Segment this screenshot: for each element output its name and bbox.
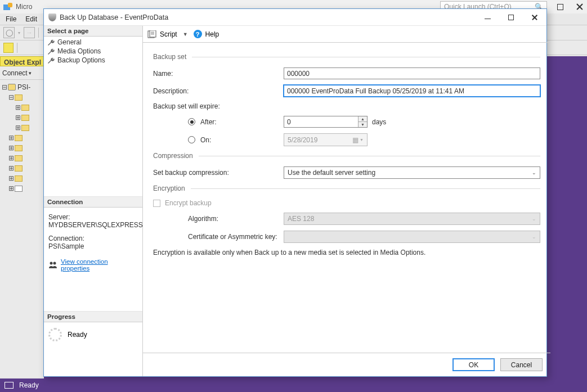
help-button[interactable]: ? Help xyxy=(194,30,219,38)
cancel-button[interactable]: Cancel xyxy=(500,358,543,371)
svg-rect-3 xyxy=(150,30,156,37)
tree-node[interactable]: ⊞ xyxy=(1,102,42,112)
nav-back-icon[interactable]: ◯ xyxy=(3,27,15,38)
page-list: General Media Options Backup Options xyxy=(44,37,142,197)
right-pane: Script ▼ ? Help Backup set Name: Descrip… xyxy=(143,26,550,376)
compression-value: Use the default server setting xyxy=(288,169,375,177)
tree-node[interactable]: ⊞ xyxy=(1,163,42,173)
dock-icon[interactable] xyxy=(3,43,14,53)
page-general-label: General xyxy=(57,38,82,46)
chevron-down-icon: ⌄ xyxy=(532,216,536,222)
chevron-down-icon: ⌄ xyxy=(532,170,536,175)
tree-root[interactable]: ⊟PSI- xyxy=(1,82,42,92)
on-date-value: 5/28/2019 xyxy=(288,136,317,144)
description-label: Description: xyxy=(153,87,284,95)
svg-point-0 xyxy=(50,262,53,265)
page-general[interactable]: General xyxy=(44,38,142,47)
dialog-footer: OK Cancel xyxy=(143,353,550,376)
days-unit: days xyxy=(372,118,386,126)
page-backup-options[interactable]: Backup Options xyxy=(44,56,142,65)
nav-forward-icon[interactable]: → xyxy=(24,27,35,38)
menu-edit[interactable]: Edit xyxy=(25,15,37,23)
compression-select[interactable]: Use the default server setting ⌄ xyxy=(284,166,540,179)
name-input[interactable] xyxy=(284,67,540,79)
view-connection-properties-link[interactable]: View connection properties xyxy=(61,258,138,272)
connection-header: Connection xyxy=(44,197,142,208)
after-label: After: xyxy=(200,118,217,126)
dialog-title: Back Up Database - EventProData xyxy=(60,13,168,21)
wrench-icon xyxy=(47,57,55,64)
dialog-titlebar[interactable]: Back Up Database - EventProData xyxy=(44,9,546,26)
tree-node[interactable]: ⊞ xyxy=(1,173,42,183)
group-compression: Compression xyxy=(153,152,193,160)
menu-file[interactable]: File xyxy=(6,15,16,23)
wrench-icon xyxy=(47,39,55,46)
connection-block: Server: MYDBSERVER\SQLEXPRESS Connection… xyxy=(44,208,142,312)
tree-node[interactable]: ⊞ xyxy=(1,153,42,163)
backup-database-dialog: Back Up Database - EventProData Select a… xyxy=(43,8,547,377)
status-text: Ready xyxy=(19,381,39,389)
expire-label: Backup set will expire: xyxy=(153,102,284,110)
spin-down-icon[interactable]: ▼ xyxy=(359,122,367,127)
tree-node[interactable]: ⊞ xyxy=(1,143,42,153)
object-explorer-panel: Object Expl Connect▾ ⊟PSI- ⊟ ⊞ ⊞ ⊞ ⊞ ⊞ ⊞… xyxy=(0,56,44,377)
chevron-down-icon: ▼ xyxy=(183,31,188,37)
algorithm-select: AES 128 ⌄ xyxy=(284,213,540,225)
on-radio[interactable] xyxy=(188,136,195,143)
page-media-label: Media Options xyxy=(57,47,101,55)
tree: ⊟PSI- ⊟ ⊞ ⊞ ⊞ ⊞ ⊞ ⊞ ⊞ ⊞ ⊞ xyxy=(0,80,43,196)
encrypt-label: Encrypt backup xyxy=(165,199,212,207)
app-icon xyxy=(3,3,12,11)
database-icon xyxy=(48,13,56,21)
connect-dropdown[interactable]: Connect▾ xyxy=(0,66,43,80)
tree-node[interactable]: ⊟ xyxy=(1,92,42,102)
encryption-note: Encryption is available only when Back u… xyxy=(153,249,540,256)
name-label: Name: xyxy=(153,70,284,78)
wrench-icon xyxy=(47,48,55,55)
tree-node[interactable]: ⊞ xyxy=(1,183,42,193)
page-backup-label: Backup Options xyxy=(57,56,105,64)
dialog-minimize-button[interactable] xyxy=(480,11,495,24)
cancel-label: Cancel xyxy=(511,361,532,369)
on-radio-container[interactable]: On: xyxy=(153,136,284,144)
ok-button[interactable]: OK xyxy=(452,358,495,371)
on-date-input: 5/28/2019 ▦▼ xyxy=(284,133,368,146)
after-radio-container[interactable]: After: xyxy=(153,118,284,126)
status-indicator-icon xyxy=(5,382,14,389)
calendar-icon: ▦ xyxy=(352,136,359,144)
on-label: On: xyxy=(200,136,211,144)
ok-label: OK xyxy=(469,361,478,369)
bg-maximize-button[interactable] xyxy=(557,4,563,10)
svg-point-1 xyxy=(53,262,56,265)
server-label: Server: xyxy=(48,213,138,221)
description-input[interactable] xyxy=(284,85,540,97)
script-icon xyxy=(147,30,156,38)
bg-statusbar: Ready xyxy=(0,379,587,392)
cert-label: Certificate or Asymmetric key: xyxy=(153,233,284,241)
server-value: MYDBSERVER\SQLEXPRESS xyxy=(48,221,138,229)
dialog-maximize-button[interactable] xyxy=(504,11,518,24)
spin-up-icon[interactable]: ▲ xyxy=(359,116,367,122)
progress-block: Ready xyxy=(44,322,142,345)
cert-select: ⌄ xyxy=(284,231,540,243)
compression-label: Set backup compression: xyxy=(153,169,284,177)
bg-close-button[interactable] xyxy=(576,3,584,11)
right-toolbar: Script ▼ ? Help xyxy=(143,26,550,43)
group-encryption: Encryption xyxy=(153,184,185,192)
encrypt-checkbox xyxy=(153,200,160,207)
page-media-options[interactable]: Media Options xyxy=(44,47,142,56)
tree-node[interactable]: ⊞ xyxy=(1,112,42,123)
days-spinner[interactable]: ▲▼ xyxy=(358,116,367,127)
after-radio[interactable] xyxy=(188,118,195,125)
tree-node[interactable]: ⊞ xyxy=(1,123,42,133)
after-days-input[interactable] xyxy=(284,116,368,128)
script-button[interactable]: Script ▼ xyxy=(147,30,188,38)
help-icon: ? xyxy=(194,30,202,38)
select-page-header: Select a page xyxy=(44,26,142,37)
connection-label: Connection: xyxy=(48,235,138,242)
algorithm-value: AES 128 xyxy=(288,215,314,223)
bg-window-buttons xyxy=(557,3,584,11)
dialog-close-button[interactable] xyxy=(527,11,542,24)
object-explorer-header: Object Expl xyxy=(0,56,43,66)
tree-node[interactable]: ⊞ xyxy=(1,133,42,143)
